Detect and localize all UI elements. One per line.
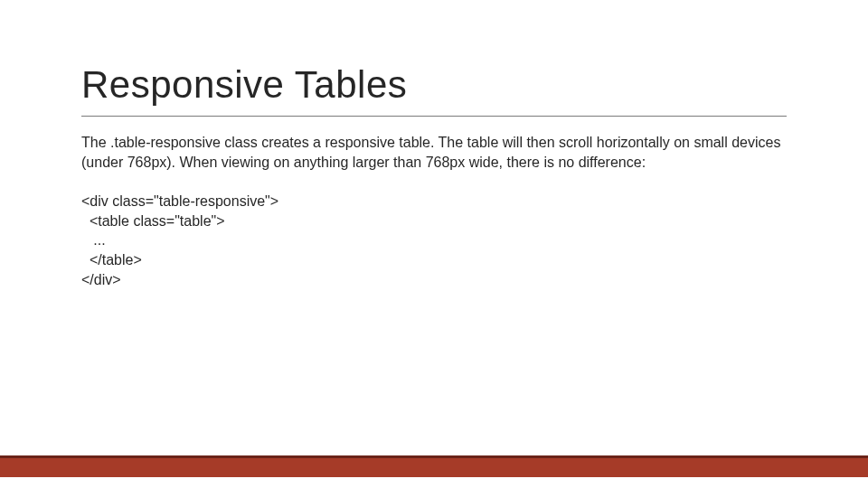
slide: Responsive Tables The .table-responsive … — [0, 0, 868, 488]
footer-accent-bar — [0, 455, 868, 477]
slide-description: The .table-responsive class creates a re… — [81, 133, 787, 172]
code-block: <div class="table-responsive"> <table cl… — [81, 192, 787, 289]
slide-title: Responsive Tables — [81, 63, 787, 117]
